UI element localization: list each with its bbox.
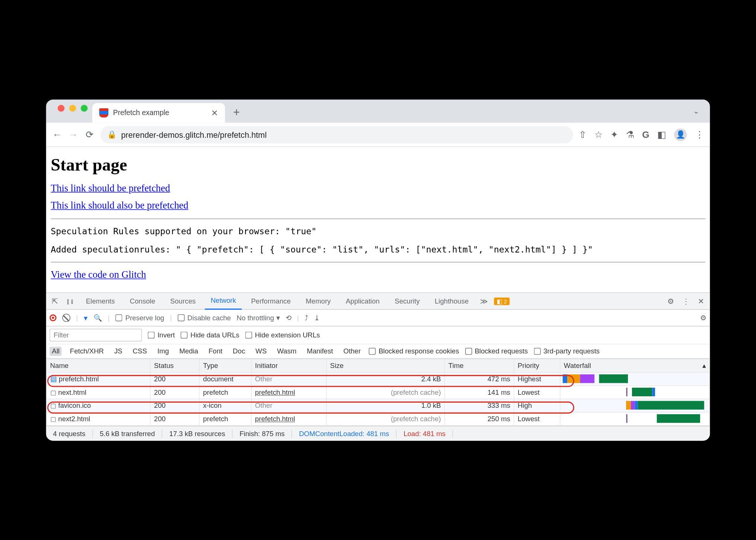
invert-checkbox[interactable]: Invert	[148, 331, 175, 339]
tab-lighthouse[interactable]: Lighthouse	[429, 292, 474, 309]
more-tabs-icon[interactable]: ≫	[478, 296, 490, 305]
type-ws[interactable]: WS	[253, 346, 269, 356]
close-window-button[interactable]	[58, 105, 65, 112]
table-row[interactable]: ▢favicon.ico 200 x-icon Other 1.0 kB 333…	[47, 399, 710, 412]
filter-input[interactable]: Filter	[50, 328, 142, 341]
network-table-wrapper: Name Status Type Initiator Size Time Pri…	[46, 359, 710, 426]
col-time[interactable]: Time	[445, 359, 514, 372]
file-icon: ▢	[50, 415, 56, 422]
col-priority[interactable]: Priority	[514, 359, 560, 372]
hide-data-urls-checkbox[interactable]: Hide data URLs	[181, 331, 239, 339]
clear-button[interactable]	[62, 314, 70, 322]
back-button[interactable]: ←	[52, 129, 62, 140]
col-type[interactable]: Type	[199, 359, 251, 372]
export-har-icon[interactable]: ⤴	[305, 314, 308, 322]
cell-priority: Lowest	[514, 385, 560, 399]
close-tab-icon[interactable]: ✕	[211, 108, 218, 117]
table-row[interactable]: ▢next2.html 200 prefetch prefetch.html (…	[47, 412, 710, 425]
maximize-window-button[interactable]	[81, 105, 88, 112]
network-conditions-icon[interactable]: ⟲	[286, 314, 292, 322]
inspect-icon[interactable]: ⇱	[50, 296, 60, 305]
favicon-icon	[99, 108, 108, 117]
cell-type: prefetch	[199, 412, 251, 425]
col-waterfall[interactable]: Waterfall▴	[560, 359, 709, 372]
panel-icon[interactable]: ◧	[657, 129, 666, 140]
type-js[interactable]: JS	[112, 346, 124, 356]
disable-cache-checkbox[interactable]: Disable cache	[178, 314, 231, 322]
status-resources: 17.3 kB resources	[162, 429, 233, 438]
nav-toolbar: ← → ⟳ 🔒 prerender-demos.glitch.me/prefet…	[46, 123, 710, 147]
devtools-menu-icon[interactable]: ⋮	[680, 296, 692, 305]
minimize-window-button[interactable]	[69, 105, 76, 112]
browser-tab[interactable]: Prefetch example ✕	[92, 103, 225, 123]
settings-gear-icon[interactable]: ⚙	[665, 296, 676, 305]
filter-toggle-icon[interactable]: ▾	[84, 313, 88, 322]
forward-button[interactable]: →	[68, 129, 79, 140]
address-bar[interactable]: 🔒 prerender-demos.glitch.me/prefetch.htm…	[100, 126, 573, 143]
type-css[interactable]: CSS	[130, 346, 149, 356]
cell-waterfall	[560, 372, 709, 385]
type-manifest[interactable]: Manifest	[305, 346, 336, 356]
tab-strip: Prefetch example ✕ + ⌄	[46, 99, 710, 123]
tab-elements[interactable]: Elements	[80, 292, 121, 309]
extensions-icon[interactable]: ✦	[610, 129, 618, 140]
third-party-checkbox[interactable]: 3rd-party requests	[534, 347, 600, 355]
prefetch-link-1[interactable]: This link should be prefetched	[51, 182, 170, 193]
tab-network[interactable]: Network	[205, 292, 242, 309]
cell-name: ▢next.html	[47, 385, 150, 399]
device-toggle-icon[interactable]: ⫿⫾	[64, 296, 77, 305]
cell-time: 250 ms	[445, 412, 514, 425]
type-other[interactable]: Other	[341, 346, 363, 356]
labs-icon[interactable]: ⚗	[626, 129, 634, 140]
search-icon[interactable]: 🔍	[93, 314, 102, 322]
type-font[interactable]: Font	[206, 346, 225, 356]
record-button[interactable]	[50, 314, 57, 321]
col-name[interactable]: Name	[47, 359, 150, 372]
preserve-log-checkbox[interactable]: Preserve log	[115, 314, 164, 322]
tab-console[interactable]: Console	[124, 292, 161, 309]
blocked-requests-checkbox[interactable]: Blocked requests	[465, 347, 528, 355]
page-content: Start page This link should be prefetche…	[46, 147, 710, 292]
network-settings-gear-icon[interactable]: ⚙	[700, 314, 706, 322]
tab-sources[interactable]: Sources	[165, 292, 201, 309]
cell-status: 200	[150, 385, 200, 399]
type-fetch[interactable]: Fetch/XHR	[68, 346, 106, 356]
type-doc[interactable]: Doc	[231, 346, 247, 356]
devtools-panel: ⇱ ⫿⫾ Elements Console Sources Network Pe…	[46, 292, 710, 441]
google-icon[interactable]: G	[642, 129, 649, 140]
cell-size: 2.4 kB	[326, 372, 445, 385]
type-wasm[interactable]: Wasm	[275, 346, 299, 356]
new-tab-button[interactable]: +	[225, 106, 248, 123]
hide-extension-urls-checkbox[interactable]: Hide extension URLs	[245, 331, 320, 339]
tab-application[interactable]: Application	[340, 292, 385, 309]
type-img[interactable]: Img	[155, 346, 171, 356]
network-status-bar: 4 requests 5.6 kB transferred 17.3 kB re…	[46, 426, 710, 441]
warnings-badge[interactable]: ◧ 2	[494, 297, 509, 305]
prefetch-link-2[interactable]: This link should also be prefetched	[51, 200, 188, 211]
share-icon[interactable]: ⇧	[579, 129, 586, 140]
cell-type: x-icon	[199, 399, 251, 412]
bookmark-icon[interactable]: ☆	[594, 129, 603, 140]
table-row[interactable]: ▤prefetch.html 200 document Other 2.4 kB…	[47, 372, 710, 385]
tab-performance[interactable]: Performance	[245, 292, 296, 309]
glitch-code-link[interactable]: View the code on Glitch	[51, 269, 146, 280]
cell-waterfall	[560, 412, 709, 425]
throttling-select[interactable]: No throttling ▾	[236, 314, 280, 322]
col-size[interactable]: Size	[326, 359, 445, 372]
type-all[interactable]: All	[50, 346, 62, 356]
table-row[interactable]: ▢next.html 200 prefetch prefetch.html (p…	[47, 385, 710, 399]
col-initiator[interactable]: Initiator	[251, 359, 327, 372]
import-har-icon[interactable]: ⤓	[314, 314, 320, 322]
tab-list-caret-icon[interactable]: ⌄	[693, 107, 699, 115]
col-status[interactable]: Status	[150, 359, 200, 372]
profile-avatar[interactable]: 👤	[674, 128, 687, 141]
type-media[interactable]: Media	[177, 346, 200, 356]
close-devtools-icon[interactable]: ✕	[696, 296, 706, 305]
tab-memory[interactable]: Memory	[300, 292, 336, 309]
blocked-cookies-checkbox[interactable]: Blocked response cookies	[369, 347, 459, 355]
tab-security[interactable]: Security	[389, 292, 425, 309]
cell-name: ▢next2.html	[47, 412, 150, 425]
cell-initiator: Other	[251, 399, 327, 412]
reload-button[interactable]: ⟳	[84, 129, 95, 140]
menu-icon[interactable]: ⋮	[695, 129, 704, 140]
